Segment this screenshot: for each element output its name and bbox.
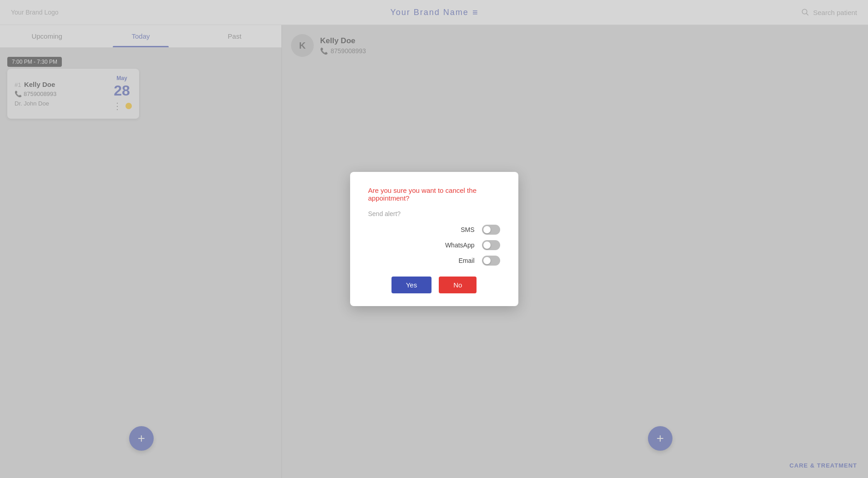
cancel-appointment-modal: Are you sure you want to cancel the appo… — [350, 172, 518, 306]
modal-overlay: Are you sure you want to cancel the appo… — [0, 0, 868, 478]
send-alert-label: Send alert? — [368, 210, 500, 217]
whatsapp-toggle[interactable] — [482, 240, 500, 250]
sms-row: SMS — [368, 225, 500, 235]
modal-title: Are you sure you want to cancel the appo… — [368, 186, 500, 202]
modal-buttons: Yes No — [368, 277, 500, 293]
no-button[interactable]: No — [439, 277, 477, 293]
whatsapp-row: WhatsApp — [368, 240, 500, 250]
email-label: Email — [438, 257, 475, 264]
whatsapp-label: WhatsApp — [438, 242, 475, 249]
email-row: Email — [368, 256, 500, 266]
yes-button[interactable]: Yes — [391, 277, 431, 293]
sms-toggle[interactable] — [482, 225, 500, 235]
email-toggle[interactable] — [482, 256, 500, 266]
sms-label: SMS — [438, 226, 475, 233]
